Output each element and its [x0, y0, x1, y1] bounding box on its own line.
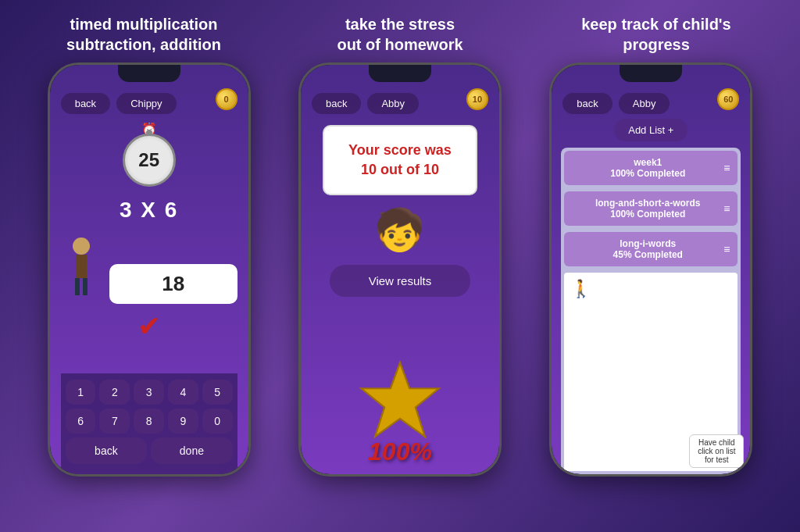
star-result: 100%: [357, 356, 443, 466]
list-item-2-label: long-and-short-a-words 100% Completed: [572, 198, 723, 220]
math-problem: 3 X 6: [120, 198, 178, 223]
num-4[interactable]: 4: [168, 380, 198, 405]
word-list: week1 100% Completed ≡ long-and-short-a-…: [561, 148, 741, 474]
svg-marker-0: [361, 362, 438, 437]
back-button-2[interactable]: back: [312, 93, 361, 114]
num-2[interactable]: 2: [99, 380, 130, 405]
coin-badge-2: 10: [466, 88, 488, 110]
checkmark-icon: ✔: [61, 310, 238, 343]
hamburger-icon-3[interactable]: ≡: [723, 243, 730, 255]
num-7[interactable]: 7: [99, 409, 130, 434]
hamburger-icon-2[interactable]: ≡: [723, 202, 730, 215]
small-figure-icon: 🚶: [570, 279, 591, 299]
view-results-button[interactable]: View results: [330, 265, 471, 297]
list-item-3-label: long-i-words 45% Completed: [572, 238, 723, 260]
num-6[interactable]: 6: [66, 409, 96, 434]
num-0[interactable]: 0: [202, 409, 233, 434]
profile-button-2[interactable]: Abby: [367, 93, 419, 114]
num-5[interactable]: 5: [202, 380, 233, 405]
num-3[interactable]: 3: [134, 380, 164, 405]
num-9[interactable]: 9: [168, 409, 198, 434]
avatar-2: 🧒: [374, 206, 425, 257]
avatar-1: [61, 234, 102, 304]
num-1[interactable]: 1: [66, 380, 96, 405]
answer-display: 18: [109, 264, 238, 304]
clock-area: ⏰ 25: [123, 122, 176, 187]
phone-3: 60 back Abby Add List + week1 100% Compl…: [549, 62, 752, 477]
profile-button-3[interactable]: Abby: [619, 93, 670, 114]
headline-1: timed multiplication subtraction, additi…: [28, 14, 259, 55]
timer-display: 25: [123, 134, 176, 187]
score-text: Your score was 10 out of 10: [343, 141, 458, 180]
phone-2: 10 back Abby Your score was 10 out of 10…: [298, 62, 502, 477]
percent-display: 100%: [357, 437, 443, 466]
list-item-1-label: week1 100% Completed: [572, 157, 723, 179]
phone-1: 0 back Chippy ⏰ 25 3 X 6: [48, 62, 251, 477]
hint-box: Have child click on list for test: [689, 434, 744, 468]
headline-3: keep track of child's progress: [541, 14, 771, 55]
coin-badge-1: 0: [216, 88, 238, 110]
hamburger-icon-1[interactable]: ≡: [723, 162, 730, 174]
back-button-numpad[interactable]: back: [66, 437, 148, 464]
list-item-3[interactable]: long-i-words 45% Completed ≡: [564, 232, 738, 266]
headline-2: take the stress out of homework: [284, 14, 515, 55]
list-item-2[interactable]: long-and-short-a-words 100% Completed ≡: [564, 191, 738, 226]
add-list-button[interactable]: Add List +: [614, 119, 688, 141]
done-button[interactable]: done: [151, 437, 233, 464]
gold-star-icon: [357, 356, 443, 442]
list-item-1[interactable]: week1 100% Completed ≡: [564, 151, 738, 185]
num-8[interactable]: 8: [134, 409, 164, 434]
score-box: Your score was 10 out of 10: [323, 125, 478, 195]
back-button-3[interactable]: back: [562, 93, 612, 114]
profile-button-1[interactable]: Chippy: [116, 93, 176, 114]
numpad: 1 2 3 4 5 6 7 8 9 0 back: [61, 373, 238, 474]
back-button-1[interactable]: back: [61, 93, 110, 114]
